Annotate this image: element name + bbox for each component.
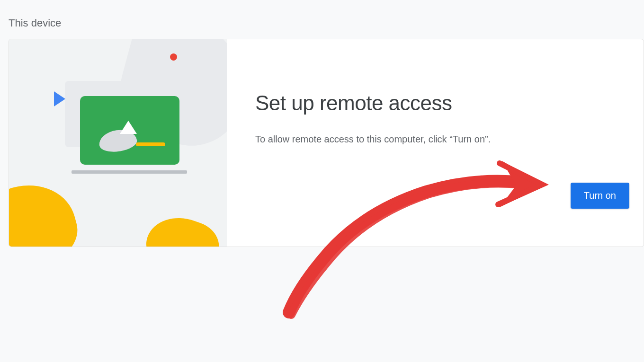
decorative-dot-icon <box>170 53 177 61</box>
decorative-shape <box>9 174 84 247</box>
card-heading: Set up remote access <box>255 91 615 115</box>
card-description: To allow remote access to this computer,… <box>255 132 615 146</box>
content-panel: Set up remote access To allow remote acc… <box>227 39 644 247</box>
illustration-panel <box>9 39 227 247</box>
decorative-shape <box>72 170 187 174</box>
section-label: This device <box>0 0 644 39</box>
remote-access-card: Set up remote access To allow remote acc… <box>9 39 644 247</box>
decorative-shape <box>136 142 165 146</box>
turn-on-button[interactable]: Turn on <box>571 183 629 209</box>
cursor-icon <box>120 121 137 134</box>
play-icon <box>54 91 65 106</box>
decorative-shape <box>139 208 225 247</box>
